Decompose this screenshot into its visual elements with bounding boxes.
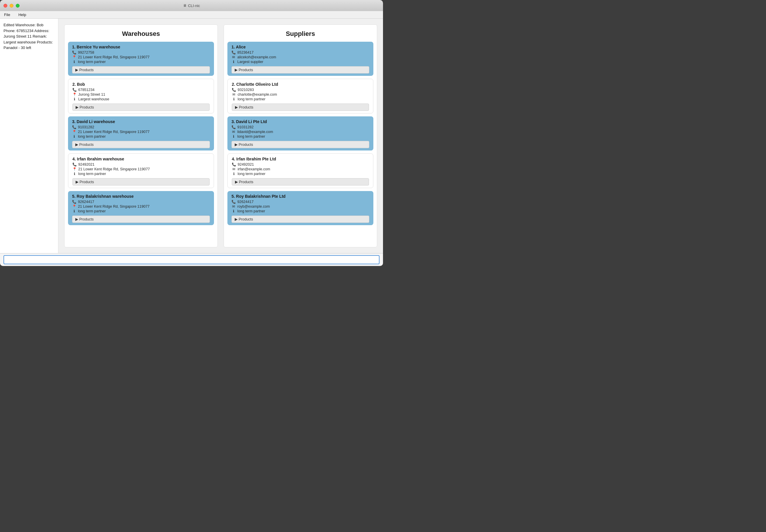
warehouse-products-button[interactable]: ▶ Products (72, 104, 210, 111)
info-icon: ℹ (72, 134, 76, 139)
email-icon: ✉ (232, 204, 236, 209)
warehouse-address: 📍 21 Lower Kent Ridge Rd, Singapore 1190… (72, 167, 210, 171)
warehouse-phone: 📞 92492021 (72, 162, 210, 167)
warehouse-products-button[interactable]: ▶ Products (72, 178, 210, 185)
suppliers-title: Suppliers (224, 25, 377, 42)
phone-icon: 📞 (232, 125, 236, 129)
supplier-remark: ℹ long term partner (232, 134, 369, 139)
warehouse-name: 1. Bernice Yu warehouse (72, 45, 210, 49)
title-bar: 🖥 CLI-nic (0, 0, 383, 11)
supplier-products-button[interactable]: ▶ Products (232, 104, 369, 111)
supplier-products-button[interactable]: ▶ Products (232, 216, 369, 223)
warehouses-title: Warehouses (64, 25, 218, 42)
supplier-email: ✉ irfan@example.com (232, 167, 369, 171)
warehouse-name: 4. Irfan Ibrahim warehouse (72, 157, 210, 161)
info-icon: ℹ (72, 97, 76, 101)
supplier-phone: 📞 91031282 (232, 125, 369, 129)
menu-bar: File Help (0, 11, 383, 19)
warehouse-products-button[interactable]: ▶ Products (72, 216, 210, 223)
phone-icon: 📞 (232, 88, 236, 92)
warehouse-remark: ℹ long term partner (72, 209, 210, 213)
email-icon: ✉ (232, 130, 236, 134)
supplier-card[interactable]: 4. Irfan Ibrahim Pte Ltd 📞 92492021 ✉ ir… (228, 153, 373, 188)
supplier-name: 5. Roy Balakrishnan Pte Ltd (232, 194, 369, 199)
location-icon: 📍 (72, 130, 76, 134)
location-icon: 📍 (72, 204, 76, 209)
traffic-lights (3, 4, 20, 8)
window-title: 🖥 CLI-nic (183, 3, 200, 8)
warehouse-products-button[interactable]: ▶ Products (72, 141, 210, 148)
supplier-email: ✉ lidavid@example.com (232, 130, 369, 134)
phone-icon: 📞 (72, 162, 76, 167)
info-icon: ℹ (232, 209, 236, 213)
phone-icon: 📞 (72, 125, 76, 129)
warehouses-list[interactable]: 1. Bernice Yu warehouse 📞 99272758 📍 21 … (64, 42, 218, 247)
warehouse-address: 📍 Jurong Street 11 (72, 92, 210, 97)
warehouse-card[interactable]: 2. Bob 📞 67851234 📍 Jurong Street 11 ℹ L… (68, 79, 214, 113)
warehouses-panel: Warehouses 1. Bernice Yu warehouse 📞 992… (64, 25, 218, 247)
warehouse-remark: ℹ long term partner (72, 134, 210, 139)
warehouse-card[interactable]: 1. Bernice Yu warehouse 📞 99272758 📍 21 … (68, 42, 214, 76)
supplier-email: ✉ royb@example.com (232, 204, 369, 209)
supplier-name: 1. Alice (232, 45, 369, 49)
supplier-remark: ℹ long term partner (232, 209, 369, 213)
warehouse-name: 3. David Li warehouse (72, 119, 210, 124)
suppliers-panel: Suppliers 1. Alice 📞 85236417 ✉ alicekoh… (224, 25, 377, 247)
warehouse-remark: ℹ long term partner (72, 60, 210, 64)
phone-icon: 📞 (72, 50, 76, 55)
warehouse-remark: ℹ Largest warehouse (72, 97, 210, 101)
supplier-card[interactable]: 5. Roy Balakrishnan Pte Ltd 📞 92624417 ✉… (228, 191, 373, 225)
supplier-products-button[interactable]: ▶ Products (232, 178, 369, 185)
warehouse-products-button[interactable]: ▶ Products (72, 66, 210, 73)
warehouse-phone: 📞 91031282 (72, 125, 210, 129)
info-icon: ℹ (232, 134, 236, 139)
supplier-email: ✉ alicekoh@example.com (232, 55, 369, 59)
warehouse-phone: 📞 92624417 (72, 200, 210, 204)
warehouse-remark: ℹ long term partner (72, 172, 210, 176)
phone-icon: 📞 (232, 50, 236, 55)
title-icon: 🖥 (183, 3, 186, 8)
warehouse-card[interactable]: 5. Roy Balakrishnan warehouse 📞 92624417… (68, 191, 214, 225)
close-button[interactable] (3, 4, 7, 8)
minimize-button[interactable] (10, 4, 13, 8)
info-icon: ℹ (232, 60, 236, 64)
supplier-card[interactable]: 3. David Li Pte Ltd 📞 91031282 ✉ lidavid… (228, 116, 373, 151)
warehouse-address: 📍 21 Lower Kent Ridge Rd, Singapore 1190… (72, 204, 210, 209)
panels-area: Warehouses 1. Bernice Yu warehouse 📞 992… (58, 19, 383, 253)
menu-file[interactable]: File (2, 12, 12, 17)
warehouse-name: 5. Roy Balakrishnan warehouse (72, 194, 210, 199)
email-icon: ✉ (232, 55, 236, 59)
info-icon: ℹ (72, 209, 76, 213)
supplier-remark: ℹ long term partner (232, 172, 369, 176)
phone-icon: 📞 (232, 200, 236, 204)
bottom-bar (0, 253, 383, 266)
suppliers-list[interactable]: 1. Alice 📞 85236417 ✉ alicekoh@example.c… (224, 42, 377, 247)
warehouse-address: 📍 21 Lower Kent Ridge Rd, Singapore 1190… (72, 55, 210, 59)
supplier-products-button[interactable]: ▶ Products (232, 66, 369, 73)
sidebar: Edited Warehouse: Bob Phone: 67851234 Ad… (0, 19, 58, 253)
maximize-button[interactable] (16, 4, 20, 8)
warehouse-phone: 📞 99272758 (72, 50, 210, 55)
info-icon: ℹ (232, 172, 236, 176)
supplier-email: ✉ charlotte@example.com (232, 92, 369, 97)
sidebar-text: Edited Warehouse: Bob Phone: 67851234 Ad… (3, 23, 53, 50)
warehouse-address: 📍 21 Lower Kent Ridge Rd, Singapore 1190… (72, 130, 210, 134)
phone-icon: 📞 (232, 162, 236, 167)
warehouse-card[interactable]: 4. Irfan Ibrahim warehouse 📞 92492021 📍 … (68, 153, 214, 188)
supplier-remark: ℹ Largest supplier (232, 60, 369, 64)
supplier-phone: 📞 92624417 (232, 200, 369, 204)
supplier-card[interactable]: 2. Charlotte Oliveiro Ltd 📞 93210283 ✉ c… (228, 79, 373, 113)
supplier-card[interactable]: 1. Alice 📞 85236417 ✉ alicekoh@example.c… (228, 42, 373, 76)
phone-icon: 📞 (72, 200, 76, 204)
warehouse-name: 2. Bob (72, 82, 210, 87)
supplier-products-button[interactable]: ▶ Products (232, 141, 369, 148)
supplier-name: 4. Irfan Ibrahim Pte Ltd (232, 157, 369, 161)
email-icon: ✉ (232, 92, 236, 97)
command-input[interactable] (3, 255, 380, 264)
warehouse-card[interactable]: 3. David Li warehouse 📞 91031282 📍 21 Lo… (68, 116, 214, 151)
info-icon: ℹ (72, 60, 76, 64)
info-icon: ℹ (72, 172, 76, 176)
menu-help[interactable]: Help (17, 12, 28, 17)
supplier-phone: 📞 93210283 (232, 88, 369, 92)
supplier-name: 3. David Li Pte Ltd (232, 119, 369, 124)
